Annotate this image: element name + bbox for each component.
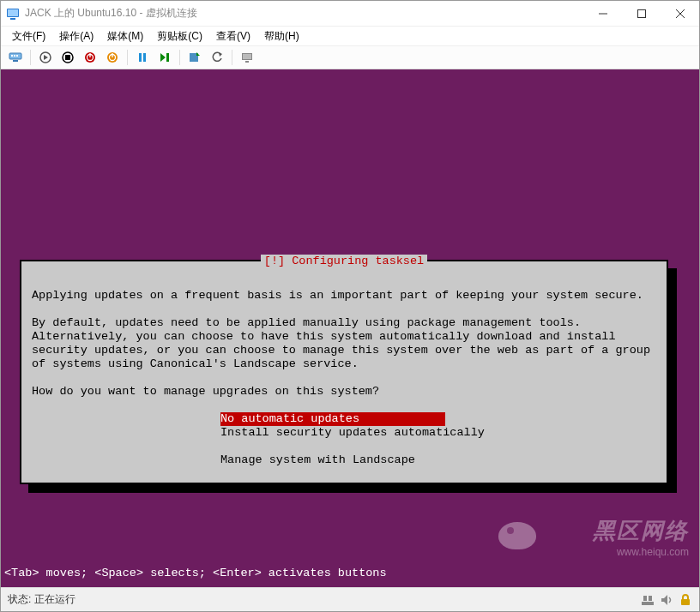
vm-connection-window: JACK 上的 Ubuntu16.10 - 虚拟机连接 文件(F) 操作(A) … <box>0 0 700 612</box>
status-value: 正在运行 <box>34 592 75 607</box>
minimize-button[interactable] <box>583 1 622 26</box>
svg-rect-1 <box>8 9 18 16</box>
status-label: 状态: <box>8 592 31 607</box>
svg-marker-28 <box>219 52 222 57</box>
svg-rect-32 <box>642 602 654 605</box>
svg-rect-4 <box>637 9 645 17</box>
option-landscape[interactable]: Manage system with Landscape <box>220 453 656 467</box>
menu-file[interactable]: 文件(F) <box>6 27 51 45</box>
dialog-text-1: Applying updates on a frequent basis is … <box>32 289 643 302</box>
pause-button[interactable] <box>133 48 152 67</box>
monitor-icon <box>6 7 20 21</box>
lock-icon <box>679 593 692 607</box>
svg-rect-9 <box>14 55 15 57</box>
close-button[interactable] <box>661 1 699 26</box>
svg-marker-24 <box>160 53 166 62</box>
svg-marker-27 <box>196 52 200 56</box>
save-button[interactable] <box>103 48 122 67</box>
watermark: 黑区网络 www.heiqu.com <box>593 516 689 558</box>
dialog-prompt: How do you want to manage upgrades on th… <box>32 385 379 398</box>
checkpoint-button[interactable] <box>185 48 204 67</box>
svg-rect-10 <box>16 55 18 57</box>
vm-display[interactable]: [!] Configuring tasksel Applying updates… <box>1 69 699 587</box>
dialog-text-5: of systems using Canonical's Landscape s… <box>32 357 359 370</box>
menu-help[interactable]: 帮助(H) <box>258 27 305 45</box>
menu-action[interactable]: 操作(A) <box>53 27 100 45</box>
key-hints: <Tab> moves; <Space> selects; <Enter> ac… <box>4 567 387 580</box>
enhanced-session-button[interactable] <box>238 48 256 67</box>
titlebar[interactable]: JACK 上的 Ubuntu16.10 - 虚拟机连接 <box>1 1 699 27</box>
svg-rect-11 <box>13 60 18 62</box>
menu-clipboard[interactable]: 剪贴板(C) <box>151 27 208 45</box>
dialog-text-4: security updates, or you can choose to m… <box>32 344 650 357</box>
tasksel-dialog: [!] Configuring tasksel Applying updates… <box>20 260 668 484</box>
maximize-button[interactable] <box>622 1 661 26</box>
svg-rect-23 <box>143 53 146 62</box>
network-icon <box>641 593 655 607</box>
menu-view[interactable]: 查看(V) <box>210 27 256 45</box>
svg-rect-25 <box>166 53 169 62</box>
svg-marker-13 <box>44 55 48 60</box>
turnoff-button[interactable] <box>58 48 77 67</box>
ctrl-alt-del-button[interactable] <box>6 48 25 67</box>
svg-rect-30 <box>243 54 251 59</box>
svg-rect-34 <box>649 596 652 601</box>
svg-marker-35 <box>661 595 667 605</box>
svg-rect-8 <box>11 55 13 57</box>
menubar: 文件(F) 操作(A) 媒体(M) 剪贴板(C) 查看(V) 帮助(H) <box>1 27 699 45</box>
svg-rect-33 <box>643 596 647 601</box>
speaker-icon <box>660 593 673 607</box>
option-install-security[interactable]: Install security updates automatically <box>220 426 656 440</box>
toolbar <box>1 45 699 69</box>
svg-rect-22 <box>139 53 142 62</box>
statusbar: 状态: 正在运行 <box>1 587 699 611</box>
window-title: JACK 上的 Ubuntu16.10 - 虚拟机连接 <box>25 6 583 21</box>
watermark-logo <box>498 522 536 549</box>
option-no-auto-updates[interactable]: No automatic updates <box>220 412 445 426</box>
svg-rect-15 <box>65 55 70 60</box>
dialog-text-2: By default, updates need to be applied m… <box>32 316 581 329</box>
start-button[interactable] <box>36 48 55 67</box>
watermark-url: www.heiqu.com <box>593 546 689 558</box>
watermark-text: 黑区网络 <box>593 516 689 546</box>
svg-rect-31 <box>245 61 249 63</box>
svg-rect-2 <box>10 18 15 20</box>
menu-media[interactable]: 媒体(M) <box>101 27 149 45</box>
reset-button[interactable] <box>155 48 174 67</box>
shutdown-button[interactable] <box>81 48 100 67</box>
revert-button[interactable] <box>208 48 226 67</box>
dialog-text-3: Alternatively, you can choose to have th… <box>32 330 616 343</box>
dialog-title: [!] Configuring tasksel <box>261 255 427 267</box>
svg-rect-36 <box>681 599 690 605</box>
